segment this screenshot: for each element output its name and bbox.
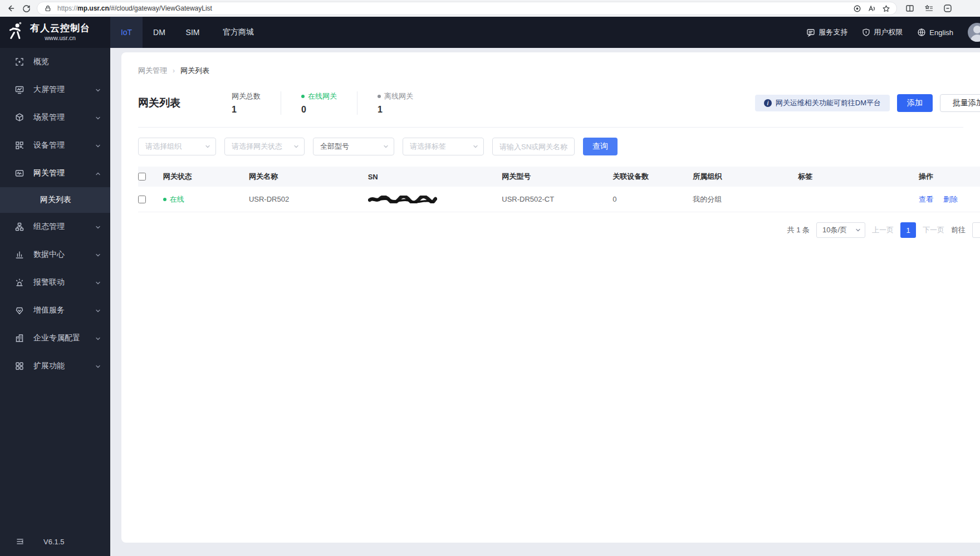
page-number-1[interactable]: 1 (900, 222, 916, 238)
service-support[interactable]: 服务支持 (806, 27, 847, 37)
pagination: 共 1 条 10条/页 上一页 1 下一页 前往 (138, 222, 980, 238)
split-screen-icon[interactable] (905, 3, 915, 13)
dm-platform-banner[interactable]: i 网关运维相关功能可前往DM平台 (755, 95, 890, 111)
stat-offline: 离线网关 1 (357, 91, 433, 115)
header-divider (138, 127, 963, 128)
filter-row: 请选择组织 请选择网关状态 全部型号 请选择标签 (138, 138, 980, 155)
sidebar-item-gateway[interactable]: 网关管理 (0, 159, 110, 187)
chevron-down-icon (293, 143, 300, 150)
chevron-down-icon (95, 142, 101, 149)
tab-dm[interactable]: DM (143, 17, 176, 48)
sidebar-item-alarm[interactable]: 报警联动 (0, 269, 110, 296)
chevron-down-icon (204, 143, 211, 150)
breadcrumb-separator: › (173, 67, 175, 75)
page-header: 网关列表 网关总数 1 在线网关 0 离线网关 1 (138, 91, 980, 115)
user-avatar[interactable] (968, 23, 980, 42)
sidebar-item-scene[interactable]: 场景管理 (0, 104, 110, 131)
scene-icon (14, 113, 24, 123)
content-card: 网关管理 › 网关列表 网关列表 网关总数 1 在线网关 0 (121, 52, 980, 543)
app-topnav: 有人云控制台 www.usr.cn IoT DM SIM 官方商城 服务支持 用… (0, 17, 980, 48)
chevron-down-icon (95, 335, 101, 342)
prev-page-button[interactable]: 上一页 (872, 225, 894, 235)
status-select[interactable]: 请选择网关状态 (224, 138, 305, 155)
chevron-down-icon (95, 307, 101, 314)
chevron-down-icon (855, 227, 861, 233)
online-dot (301, 95, 305, 98)
refresh-icon[interactable] (21, 3, 31, 13)
sidebar-item-enterprise[interactable]: 企业专属配置 (0, 324, 110, 352)
row-checkbox[interactable] (138, 196, 146, 203)
online-dot (163, 198, 166, 201)
tab-sim[interactable]: SIM (176, 17, 209, 48)
add-button[interactable]: 添加 (897, 94, 933, 112)
globe-icon (917, 28, 926, 37)
breadcrumb: 网关管理 › 网关列表 (138, 52, 980, 76)
table-row: 在线 USR-DR502 USR-DR502-CT 0 我的分组 (138, 187, 980, 212)
stat-online: 在线网关 0 (281, 91, 357, 115)
tag-select[interactable]: 请选择标签 (403, 138, 484, 155)
usr-logo-icon (7, 21, 26, 43)
sn-search-input[interactable] (492, 138, 575, 155)
select-all-checkbox[interactable] (138, 173, 146, 181)
sidebar-item-device[interactable]: 设备管理 (0, 131, 110, 159)
chevron-down-icon (95, 363, 101, 369)
org-select[interactable]: 请选择组织 (138, 138, 216, 155)
view-link[interactable]: 查看 (919, 194, 933, 204)
offline-dot (378, 95, 381, 98)
stat-total: 网关总数 1 (232, 91, 281, 115)
main-area: 网关管理 › 网关列表 网关列表 网关总数 1 在线网关 0 (110, 48, 980, 556)
topology-icon (14, 222, 24, 232)
goto-page-input[interactable] (972, 222, 980, 238)
breadcrumb-current: 网关列表 (180, 66, 209, 76)
org-name: 我的分组 (693, 194, 798, 204)
user-permission[interactable]: 用户权限 (862, 27, 903, 37)
sidebar: 概览 大屏管理 场景管理 设备管理 网关管理 (0, 48, 110, 556)
shield-icon (862, 28, 870, 37)
screen: https://mp.usr.cn/#/cloud/gateway/ViewGa… (0, 0, 980, 556)
app-title: 有人云控制台 (30, 23, 90, 34)
sidebar-item-overview[interactable]: 概览 (0, 48, 110, 76)
gateway-model: USR-DR502-CT (502, 195, 612, 203)
gateway-icon (14, 168, 24, 178)
header-actions: i 网关运维相关功能可前往DM平台 添加 批量添加 (755, 94, 980, 112)
language-switch[interactable]: English (917, 28, 953, 37)
chevron-down-icon (383, 143, 389, 150)
status-badge: 在线 (163, 194, 249, 204)
search-button[interactable]: 查询 (583, 138, 618, 155)
bigscreen-icon (14, 85, 24, 95)
sidebar-item-extend[interactable]: 扩展功能 (0, 352, 110, 380)
datacenter-icon (14, 250, 24, 260)
read-aloud-icon[interactable] (866, 3, 876, 13)
address-bar[interactable]: https://mp.usr.cn/#/cloud/gateway/ViewGa… (37, 2, 897, 15)
tab-mall[interactable]: 官方商城 (209, 17, 267, 48)
platform-tabs: IoT DM SIM 官方商城 (110, 17, 267, 48)
delete-link[interactable]: 删除 (943, 194, 958, 204)
sidebar-item-value-service[interactable]: 增值服务 (0, 296, 110, 324)
app-logo[interactable]: 有人云控制台 www.usr.cn (0, 17, 110, 48)
favorites-bar-icon[interactable] (924, 3, 934, 13)
sidebar-item-bigscreen[interactable]: 大屏管理 (0, 76, 110, 104)
tab-iot[interactable]: IoT (110, 17, 143, 48)
batch-add-button[interactable]: 批量添加 (940, 94, 980, 112)
url-text[interactable]: https://mp.usr.cn/#/cloud/gateway/ViewGa… (57, 4, 847, 12)
chevron-down-icon (95, 114, 101, 121)
favorite-star-icon[interactable] (881, 3, 891, 13)
sidebar-item-datacenter[interactable]: 数据中心 (0, 241, 110, 269)
goto-label: 前往 (951, 225, 966, 235)
back-icon[interactable] (6, 3, 16, 13)
collapse-sidebar-icon[interactable] (16, 537, 24, 546)
gateway-submenu: 网关列表 (0, 187, 110, 213)
sidebar-item-gateway-list[interactable]: 网关列表 (0, 187, 110, 213)
chevron-down-icon (95, 86, 101, 93)
sidebar-item-topology[interactable]: 组态管理 (0, 213, 110, 241)
browser-extra-icon[interactable] (943, 3, 953, 13)
total-count: 共 1 条 (787, 225, 810, 235)
gateway-sn (368, 196, 502, 203)
next-page-button[interactable]: 下一页 (923, 225, 944, 235)
page-title: 网关列表 (138, 96, 180, 110)
model-select[interactable]: 全部型号 (313, 138, 394, 155)
gateway-stats: 网关总数 1 在线网关 0 离线网关 1 (232, 91, 433, 115)
page-size-select[interactable]: 10条/页 (816, 222, 865, 238)
location-icon[interactable] (852, 3, 862, 13)
breadcrumb-parent[interactable]: 网关管理 (138, 66, 167, 76)
